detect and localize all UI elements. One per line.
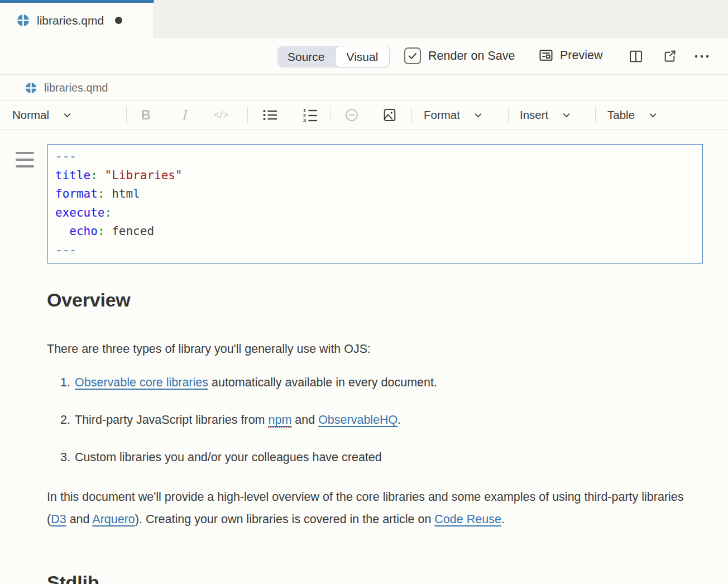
handle-bar: [16, 159, 34, 161]
render-on-save-checkbox[interactable]: [404, 47, 421, 64]
render-on-save-label: Render on Save: [428, 49, 515, 63]
bold-button[interactable]: B: [141, 101, 151, 129]
list-item: 2.Third-party JavaScript libraries from …: [47, 409, 689, 431]
handle-bar: [16, 152, 34, 154]
block-menu-handle[interactable]: [16, 152, 34, 172]
format-menu[interactable]: Format: [424, 101, 483, 129]
table-menu[interactable]: Table: [607, 101, 658, 129]
yaml-token-key: format: [55, 187, 98, 200]
preview-button[interactable]: Preview: [538, 47, 602, 63]
list-item-text: Third-party JavaScript libraries from np…: [75, 409, 401, 431]
yaml-line: title: "Libraries": [55, 166, 697, 185]
tab-bar: libraries.qmd: [0, 0, 728, 38]
chevron-down-icon: [562, 111, 571, 120]
tab-title: libraries.qmd: [37, 14, 104, 27]
render-on-save-group: Render on Save: [404, 47, 515, 64]
editor-toolbar: Source Visual Render on Save Preview: [0, 38, 728, 75]
bullet-list-icon: [262, 108, 279, 122]
toolbar-divider: [331, 107, 331, 123]
link[interactable]: D3: [51, 513, 66, 526]
format-toolbar: Normal B I </> 123 Format: [0, 101, 728, 130]
heading-stdlib: Stdlib: [47, 572, 99, 584]
toolbar-divider: [595, 107, 596, 123]
paragraph-style-label: Normal: [12, 108, 49, 122]
yaml-line: format: html: [55, 185, 697, 204]
chevron-down-icon: [648, 111, 658, 120]
numbered-list-button[interactable]: 123: [302, 101, 319, 129]
link[interactable]: Code Reuse: [434, 513, 501, 526]
list-marker: 1.: [47, 371, 70, 394]
italic-button[interactable]: I: [181, 101, 186, 129]
check-icon: [407, 50, 418, 61]
list-item: 1.Observable core libraries automaticall…: [47, 371, 689, 394]
editor-canvas[interactable]: ---title: "Libraries"format: htmlexecute…: [0, 130, 728, 584]
toolbar-divider: [247, 107, 248, 123]
bullet-list-button[interactable]: [262, 101, 279, 129]
toolbar-divider: [411, 107, 412, 123]
text-run: automatically available in every documen…: [208, 376, 437, 389]
text-run: and: [291, 413, 318, 427]
paragraph-style-dropdown[interactable]: Normal: [12, 101, 72, 129]
breadcrumb-file[interactable]: libraries.qmd: [25, 75, 108, 100]
italic-icon: I: [181, 108, 186, 122]
numbered-list-icon: 123: [302, 107, 319, 123]
image-button[interactable]: [382, 101, 397, 129]
yaml-token-colon: :: [98, 187, 105, 200]
text-run: ). Creating your own libraries is covere…: [135, 513, 435, 526]
insert-menu[interactable]: Insert: [520, 101, 571, 129]
quarto-file-icon: [25, 82, 37, 94]
insert-menu-label: Insert: [520, 108, 548, 122]
yaml-line: ---: [55, 147, 697, 166]
chevron-down-icon: [63, 111, 72, 120]
intro-paragraph: There are three types of library you'll …: [47, 338, 371, 360]
yaml-token-dash: ---: [55, 150, 76, 163]
more-actions-button[interactable]: [694, 50, 710, 66]
closing-paragraph: In this document we'll provide a high-le…: [47, 486, 687, 530]
preview-icon: [538, 47, 554, 63]
preview-label: Preview: [560, 49, 602, 63]
table-menu-label: Table: [607, 108, 635, 122]
breadcrumb-file-label: libraries.qmd: [44, 82, 108, 94]
yaml-token-colon: :: [90, 169, 98, 182]
code-button[interactable]: </>: [214, 101, 229, 129]
ellipsis-icon: [694, 50, 710, 63]
text-run: .: [501, 513, 505, 526]
open-external-icon: [662, 49, 677, 64]
yaml-token-plain: [55, 224, 69, 238]
link[interactable]: ObservableHQ: [318, 413, 397, 427]
source-mode-button[interactable]: Source: [277, 46, 335, 68]
split-editor-button[interactable]: [628, 49, 644, 64]
yaml-token-key: execute: [55, 206, 105, 219]
yaml-token-plain: html: [105, 187, 140, 200]
bold-icon: B: [141, 108, 151, 123]
link[interactable]: Observable core libraries: [75, 376, 208, 389]
yaml-token-colon: :: [105, 206, 112, 219]
yaml-line: ---: [55, 241, 697, 260]
open-external-button[interactable]: [662, 49, 678, 64]
breadcrumb-bar: libraries.qmd: [0, 75, 728, 101]
text-run: .: [397, 413, 401, 427]
link[interactable]: npm: [268, 413, 291, 428]
visual-mode-button[interactable]: Visual: [335, 46, 390, 68]
tab-libraries-qmd[interactable]: libraries.qmd: [0, 0, 154, 38]
image-icon: [382, 107, 397, 123]
unsaved-changes-indicator: [115, 17, 122, 24]
toolbar-divider: [126, 107, 127, 123]
code-icon: </>: [214, 109, 229, 121]
text-run: Custom libraries you and/or your colleag…: [75, 451, 382, 464]
yaml-token-key: title: [55, 169, 90, 182]
yaml-token-key: echo: [69, 224, 98, 238]
link-icon: [344, 107, 360, 123]
svg-text:3: 3: [303, 118, 306, 123]
yaml-token-string: "Libraries": [105, 169, 183, 182]
toolbar-divider: [508, 107, 509, 123]
format-menu-label: Format: [424, 108, 460, 122]
link-button[interactable]: [344, 101, 360, 129]
ordered-list: 1.Observable core libraries automaticall…: [47, 371, 689, 484]
handle-bar: [16, 165, 34, 167]
yaml-metadata-block[interactable]: ---title: "Libraries"format: htmlexecute…: [47, 144, 703, 264]
link[interactable]: Arquero: [92, 513, 135, 526]
text-run: Third-party JavaScript libraries from: [75, 413, 268, 427]
list-marker: 3.: [47, 446, 70, 468]
yaml-token-colon: :: [98, 224, 105, 238]
